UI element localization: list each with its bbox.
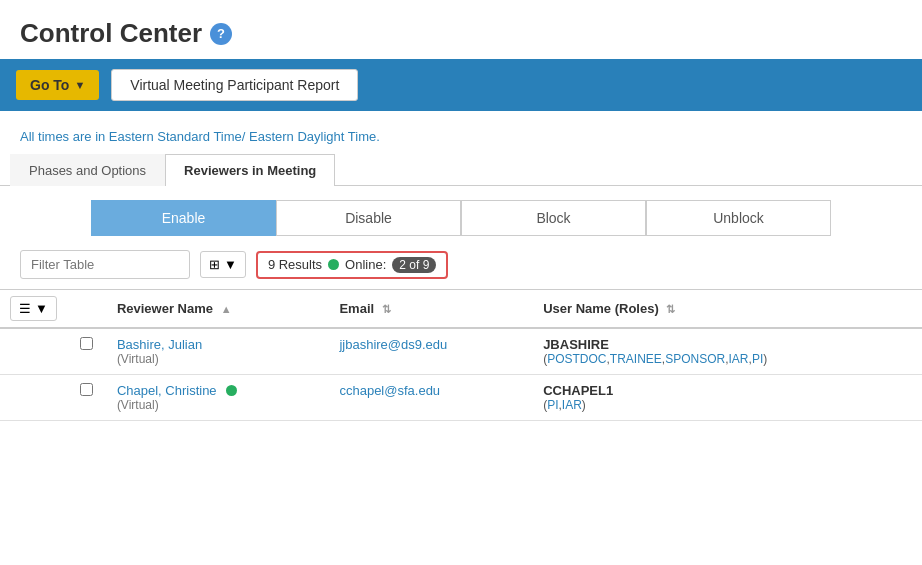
username-value: CCHAPEL1	[543, 383, 912, 398]
tab-reviewers-in-meeting[interactable]: Reviewers in Meeting	[165, 154, 335, 186]
column-header-email: Email ⇅	[329, 290, 533, 329]
unblock-button[interactable]: Unblock	[646, 200, 831, 236]
disable-button[interactable]: Disable	[276, 200, 461, 236]
action-button-group: Enable Disable Block Unblock	[0, 200, 922, 236]
sort-dropdown-caret: ▼	[35, 301, 48, 316]
report-button[interactable]: Virtual Meeting Participant Report	[111, 69, 358, 101]
row-sort-dropdown[interactable]: ☰ ▼	[10, 296, 57, 321]
email-cell: jjbashire@ds9.edu	[329, 328, 533, 375]
reviewer-table: ☰ ▼ Reviewer Name ▲ Email ⇅ User Name (R…	[0, 289, 922, 421]
email-sort-icon[interactable]: ⇅	[382, 303, 391, 315]
column-header-name: Reviewer Name ▲	[107, 290, 330, 329]
name-sort-icon[interactable]: ▲	[221, 303, 232, 315]
virtual-label: (Virtual)	[117, 352, 320, 366]
page-title: Control Center ?	[0, 0, 922, 59]
reviewer-name-cell: Bashire, Julian (Virtual)	[107, 328, 330, 375]
column-toggle-button[interactable]: ⊞ ▼	[200, 251, 246, 278]
username-cell: CCHAPEL1 (PI,IAR)	[533, 375, 922, 421]
table-controls: ⊞ ▼ 9 Results Online: 2 of 9	[0, 250, 922, 289]
row-actions-cell	[0, 328, 67, 375]
tab-phases[interactable]: Phases and Options	[10, 154, 165, 186]
help-icon[interactable]: ?	[210, 23, 232, 45]
roles-value: (POSTDOC,TRAINEE,SPONSOR,IAR,PI)	[543, 352, 912, 366]
reviewer-name-link[interactable]: Chapel, Christine	[117, 383, 217, 398]
filter-table-input[interactable]	[20, 250, 190, 279]
online-status-dot	[328, 259, 339, 270]
column-toggle-caret: ▼	[224, 257, 237, 272]
list-icon: ☰	[19, 301, 31, 316]
row-checkbox-cell	[67, 375, 107, 421]
block-button[interactable]: Block	[461, 200, 646, 236]
info-text: All times are in Eastern Standard Time/ …	[0, 111, 922, 154]
roles-value: (PI,IAR)	[543, 398, 912, 412]
reviewer-name-cell: Chapel, Christine (Virtual)	[107, 375, 330, 421]
column-header-username: User Name (Roles) ⇅	[533, 290, 922, 329]
email-cell: cchapel@sfa.edu	[329, 375, 533, 421]
goto-button[interactable]: Go To ▼	[16, 70, 99, 100]
grid-icon: ⊞	[209, 257, 220, 272]
row-checkbox-cell	[67, 328, 107, 375]
email-link[interactable]: cchapel@sfa.edu	[339, 383, 440, 398]
select-all-header: ☰ ▼	[0, 290, 67, 329]
online-count-badge: 2 of 9	[392, 257, 436, 273]
tab-bar: Phases and Options Reviewers in Meeting	[0, 154, 922, 186]
virtual-label: (Virtual)	[117, 398, 320, 412]
results-badge: 9 Results Online: 2 of 9	[256, 251, 448, 279]
row-actions-cell	[0, 375, 67, 421]
row-checkbox[interactable]	[80, 337, 93, 350]
username-value: JBASHIRE	[543, 337, 912, 352]
enable-button[interactable]: Enable	[91, 200, 276, 236]
table-row: Bashire, Julian (Virtual) jjbashire@ds9.…	[0, 328, 922, 375]
toolbar: Go To ▼ Virtual Meeting Participant Repo…	[0, 59, 922, 111]
row-checkbox[interactable]	[80, 383, 93, 396]
checkbox-header	[67, 290, 107, 329]
table-row: Chapel, Christine (Virtual) cchapel@sfa.…	[0, 375, 922, 421]
goto-caret-icon: ▼	[74, 79, 85, 91]
username-cell: JBASHIRE (POSTDOC,TRAINEE,SPONSOR,IAR,PI…	[533, 328, 922, 375]
email-link[interactable]: jjbashire@ds9.edu	[339, 337, 447, 352]
username-sort-icon[interactable]: ⇅	[666, 303, 675, 315]
reviewer-name-link[interactable]: Bashire, Julian	[117, 337, 202, 352]
title-text: Control Center	[20, 18, 202, 49]
online-indicator-dot	[226, 385, 237, 396]
